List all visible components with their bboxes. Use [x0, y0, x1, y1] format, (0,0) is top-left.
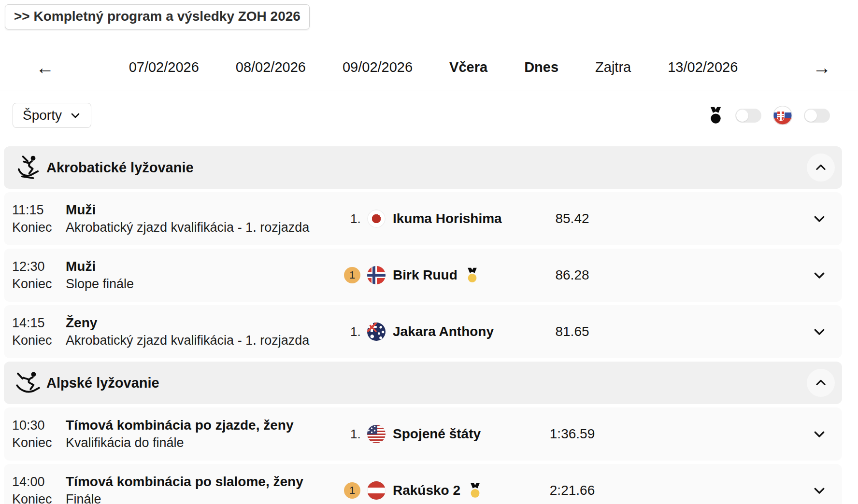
competitor-name: Spojené štáty: [393, 426, 481, 442]
date-nav-item[interactable]: 07/02/2026: [129, 59, 199, 75]
rank-badge: 1: [344, 482, 360, 499]
competitor-name: Birk Ruud: [393, 267, 458, 283]
chevron-down-icon: [812, 483, 827, 498]
rank-box: 1.: [344, 211, 367, 226]
chevron-down-icon: [812, 211, 827, 226]
rank-badge: 1: [344, 267, 360, 283]
sport-section-header[interactable]: Alpské lyžovanie: [4, 362, 842, 404]
date-nav-item[interactable]: 08/02/2026: [236, 59, 306, 75]
expand-row-button[interactable]: [811, 211, 828, 226]
event-time: 14:15: [12, 314, 66, 332]
event-info: Tímová kombinácia po slalome, ženy Finál…: [66, 473, 344, 504]
country-filter-toggle[interactable]: [804, 109, 830, 123]
chevron-up-icon: [814, 376, 828, 390]
date-nav-item[interactable]: Včera: [449, 59, 487, 75]
event-time: 14:00: [12, 473, 66, 490]
event-status: Koniec: [12, 332, 66, 349]
section-title: Alpské lyžovanie: [46, 375, 159, 391]
event-info: Ženy Akrobatický zjazd kvalifikácia - 1.…: [66, 314, 344, 349]
event-row[interactable]: 14:00 Koniec Tímová kombinácia po slalom…: [4, 464, 842, 504]
event-info: Muži Akrobatický zjazd kvalifikácia - 1.…: [66, 201, 344, 236]
slovakia-flag-icon: [773, 106, 792, 125]
prev-day-arrow-icon[interactable]: ←: [32, 56, 58, 79]
toggle-knob: [736, 110, 748, 122]
expand-row-button[interactable]: [811, 427, 828, 441]
event-score: 85.42: [511, 211, 634, 226]
event-status: Koniec: [12, 219, 66, 236]
chevron-down-icon: [70, 110, 81, 121]
event-time: 11:15: [12, 201, 66, 219]
event-winner: 1 Rakúsko 2: [344, 481, 511, 500]
sport-section-header[interactable]: Akrobatické lyžovanie: [4, 146, 842, 189]
event-winner: 1. Ikuma Horishima: [344, 210, 511, 228]
event-status: Koniec: [12, 434, 66, 451]
sports-dropdown-label: Športy: [23, 108, 62, 123]
event-time-status: 14:15 Koniec: [12, 314, 66, 349]
filter-toggles: [708, 106, 830, 125]
event-score: 2:21.66: [511, 483, 634, 498]
gold-medal-icon: [465, 267, 479, 283]
event-title: Tímová kombinácia po slalome, ženy: [66, 473, 344, 490]
rank-badge: 1.: [344, 427, 361, 442]
event-status: Koniec: [12, 275, 66, 293]
collapse-section-button[interactable]: [807, 369, 835, 397]
event-subtitle: Kvalifikácia do finále: [66, 434, 344, 451]
alpine-skiing-icon: [14, 369, 42, 396]
full-program-link[interactable]: >> Kompletný program a výsledky ZOH 2026: [5, 4, 310, 29]
section-title: Akrobatické lyžovanie: [46, 160, 194, 176]
event-subtitle: Akrobatický zjazd kvalifikácia - 1. rozj…: [66, 332, 344, 349]
next-day-arrow-icon[interactable]: →: [809, 56, 835, 79]
events-list: Akrobatické lyžovanie 11:15 Koniec Muži …: [4, 146, 842, 504]
event-winner: 1 Birk Ruud: [344, 266, 511, 284]
medal-icon: [708, 107, 724, 125]
medal-filter-toggle[interactable]: [735, 109, 761, 123]
event-title: Muži: [66, 201, 344, 219]
event-title: Tímová kombinácia po zjazde, ženy: [66, 417, 344, 434]
expand-row-button[interactable]: [811, 324, 828, 339]
rank-box: 1.: [344, 427, 367, 442]
event-info: Muži Slope finále: [66, 258, 344, 293]
event-subtitle: Slope finále: [66, 275, 344, 293]
toggle-knob: [805, 110, 817, 122]
event-time-status: 11:15 Koniec: [12, 201, 66, 236]
australia-flag-icon: [367, 322, 386, 341]
event-row[interactable]: 12:30 Koniec Muži Slope finále 1 Birk Ru…: [4, 249, 842, 302]
rank-badge: 1.: [344, 324, 361, 339]
competitor-name: Ikuma Horishima: [393, 211, 502, 226]
usa-flag-icon: [367, 425, 386, 443]
date-nav-item[interactable]: 13/02/2026: [668, 59, 738, 75]
chevron-up-icon: [814, 161, 828, 174]
austria-flag-icon: [367, 481, 386, 500]
event-time-status: 14:00 Koniec: [12, 473, 66, 504]
expand-row-button[interactable]: [811, 483, 828, 498]
event-title: Muži: [66, 258, 344, 275]
event-status: Koniec: [12, 490, 66, 504]
freestyle-skiing-icon: [14, 154, 42, 181]
date-nav-item[interactable]: Zajtra: [595, 59, 631, 75]
date-navigation: ← 07/02/202608/02/202609/02/2026VčeraDne…: [0, 45, 858, 90]
collapse-section-button[interactable]: [807, 154, 835, 182]
sports-dropdown[interactable]: Športy: [13, 103, 91, 128]
norway-flag-icon: [367, 266, 386, 284]
event-row[interactable]: 10:30 Koniec Tímová kombinácia po zjazde…: [4, 407, 842, 461]
chevron-down-icon: [812, 268, 827, 282]
event-score: 81.65: [511, 324, 634, 339]
date-nav-item[interactable]: 09/02/2026: [343, 59, 413, 75]
date-nav-item[interactable]: Dnes: [524, 59, 558, 75]
event-title: Ženy: [66, 314, 344, 332]
rank-box: 1.: [344, 324, 367, 339]
competitor-name: Rakúsko 2: [393, 483, 460, 498]
chevron-down-icon: [812, 427, 827, 441]
event-time: 12:30: [12, 258, 66, 275]
expand-row-button[interactable]: [811, 268, 828, 282]
event-winner: 1. Spojené štáty: [344, 425, 511, 443]
event-winner: 1. Jakara Anthony: [344, 322, 511, 341]
event-subtitle: Finále: [66, 490, 344, 504]
event-score: 1:36.59: [511, 426, 634, 442]
event-row[interactable]: 14:15 Koniec Ženy Akrobatický zjazd kval…: [4, 305, 842, 358]
filter-bar: Športy: [0, 102, 858, 129]
gold-medal-icon: [468, 483, 482, 499]
event-score: 86.28: [511, 267, 634, 283]
event-row[interactable]: 11:15 Koniec Muži Akrobatický zjazd kval…: [4, 192, 842, 245]
chevron-down-icon: [812, 324, 827, 339]
